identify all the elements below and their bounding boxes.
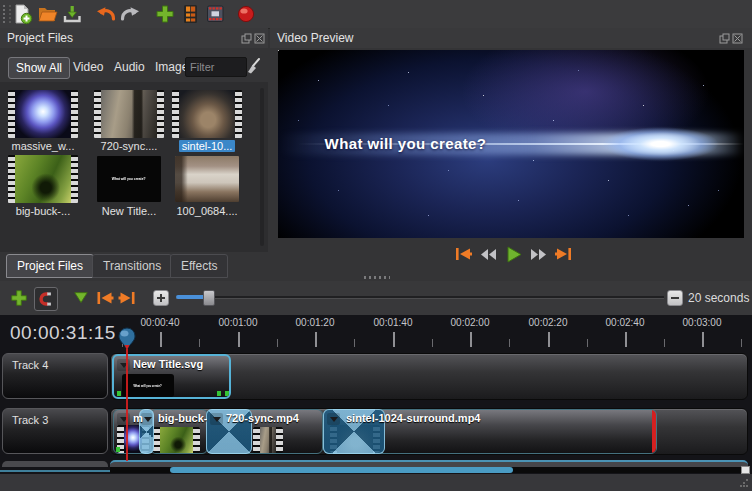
scrollbar-thumb[interactable] — [170, 467, 513, 473]
zoom-slider-handle[interactable] — [203, 290, 215, 306]
fast-forward-icon — [529, 247, 548, 262]
float-panel-icon[interactable] — [241, 33, 252, 44]
plus-icon — [154, 3, 176, 25]
files-vertical-scrollbar[interactable] — [260, 88, 264, 246]
arrow-tool-button[interactable] — [70, 287, 92, 309]
tab-effects[interactable]: Effects — [170, 254, 228, 278]
record-icon — [235, 3, 257, 25]
file-label[interactable]: New Title... — [86, 205, 172, 217]
filter-input[interactable] — [185, 57, 247, 77]
close-panel-icon[interactable] — [254, 33, 265, 44]
ruler-mark: 00:00:40 — [141, 317, 180, 328]
jump-to-start-button[interactable] — [452, 244, 474, 264]
track-2-header-sliver — [2, 461, 108, 467]
track-name: Track 3 — [12, 414, 48, 426]
choose-profile-button[interactable] — [179, 3, 201, 25]
timeline-toolbar: 20 seconds — [0, 281, 752, 315]
file-label-selected[interactable]: sintel-10... — [164, 140, 250, 152]
clip-title: 720-sync.mp4 — [226, 412, 299, 424]
transport-bar — [270, 241, 752, 267]
video-preview-panel-header: Video Preview — [270, 28, 752, 48]
record-button[interactable] — [235, 3, 257, 25]
track-header-track-3[interactable]: Track 3 — [2, 408, 108, 454]
float-panel-icon[interactable] — [719, 33, 730, 44]
clip-title: m — [133, 412, 143, 424]
ruler-mark: 00:01:00 — [219, 317, 258, 328]
fast-forward-button[interactable] — [527, 244, 549, 264]
new-project-icon — [11, 3, 33, 25]
zoom-out-button[interactable] — [667, 290, 683, 306]
export-film-icon — [204, 3, 226, 25]
filter-tab-audio[interactable]: Audio — [107, 57, 152, 77]
clip-menu-chevron-icon[interactable] — [117, 359, 130, 371]
import-files-button[interactable] — [154, 3, 176, 25]
video-preview-title: Video Preview — [277, 31, 354, 45]
file-label[interactable]: massive_w... — [0, 140, 86, 152]
jump-start-icon — [454, 245, 473, 263]
clear-filter-broom-icon[interactable] — [244, 57, 262, 75]
jump-end-icon — [117, 289, 137, 307]
clip-new-title[interactable]: New Title.svg What will you create? — [112, 354, 231, 399]
clip-title: big-buck- — [158, 412, 208, 424]
panel-splitter-handle[interactable] — [364, 276, 390, 279]
openshot-window: Project Files Show All Video Audio Image… — [0, 0, 752, 491]
filter-tab-video[interactable]: Video — [66, 57, 110, 77]
zoom-in-button[interactable] — [153, 290, 169, 306]
transition-chevron-icon[interactable] — [210, 413, 223, 425]
export-video-button[interactable] — [204, 3, 226, 25]
tab-transitions[interactable]: Transitions — [92, 254, 172, 278]
tab-project-files[interactable]: Project Files — [6, 254, 94, 278]
file-thumb-sintel[interactable] — [172, 90, 242, 138]
timeline-jump-end-button[interactable] — [116, 287, 138, 309]
clip-big-buck[interactable]: big-buck- — [150, 409, 208, 454]
filter-tab-show-all[interactable]: Show All — [8, 57, 70, 79]
save-project-button[interactable] — [61, 3, 83, 25]
file-thumb-big-buck[interactable] — [8, 155, 78, 203]
play-button[interactable] — [502, 244, 524, 264]
project-files-list: massive_w... 720-sync.... sintel-10... W… — [0, 82, 268, 252]
rewind-icon — [479, 247, 498, 262]
jump-to-end-button[interactable] — [552, 244, 574, 264]
window-resize-grip[interactable] — [739, 478, 749, 488]
add-track-button[interactable] — [8, 287, 30, 309]
snapping-toggle-button[interactable] — [34, 287, 58, 311]
magnet-icon — [37, 290, 55, 308]
rewind-button[interactable] — [477, 244, 499, 264]
file-label[interactable]: big-buck-... — [0, 205, 86, 217]
transition-chevron-icon[interactable] — [327, 413, 340, 425]
new-project-button[interactable] — [11, 3, 33, 25]
ruler-mark: 00:02:20 — [529, 317, 568, 328]
file-thumb-100-0684[interactable] — [175, 156, 239, 202]
file-label[interactable]: 100_0684.... — [164, 205, 250, 217]
playhead-marker[interactable] — [117, 327, 137, 351]
file-thumb-massive[interactable] — [8, 90, 78, 138]
redo-icon — [119, 3, 141, 25]
playhead-line[interactable] — [126, 349, 128, 461]
clip-trim-edge[interactable] — [652, 410, 656, 453]
clip-title: New Title.svg — [133, 358, 203, 370]
toolbar-drag-handle[interactable] — [3, 5, 11, 23]
track-header-track-4[interactable]: Track 4 — [2, 353, 108, 399]
timeline-horizontal-scrollbar[interactable] — [110, 467, 747, 473]
timeline-jump-start-button[interactable] — [94, 287, 116, 309]
timeline-ruler[interactable]: 00:00:40 00:01:00 00:01:20 00:01:40 00:0… — [110, 315, 752, 351]
stars — [278, 50, 279, 51]
ruler-mark: 00:03:00 — [683, 317, 722, 328]
file-thumb-720-sync[interactable] — [94, 90, 164, 138]
video-preview-canvas: What will you create? — [278, 50, 744, 238]
clip-title: sintel-1024-surround.mp4 — [346, 412, 480, 424]
close-panel-icon[interactable] — [732, 33, 743, 44]
playhead-timecode: 00:00:31:15 — [10, 322, 116, 344]
jump-end-icon — [554, 245, 573, 263]
timeline: 00:00:31:15 00:00:40 00:01:00 00:01:20 0… — [0, 315, 752, 474]
zoom-slider-track[interactable] — [176, 296, 664, 299]
file-thumb-new-title[interactable]: What will you create? — [97, 156, 161, 202]
clip-menu-chevron-icon[interactable] — [117, 413, 130, 425]
redo-button[interactable] — [119, 3, 141, 25]
save-icon — [61, 3, 83, 25]
scrollbar-corner-box[interactable] — [741, 466, 750, 474]
undo-button[interactable] — [95, 3, 117, 25]
project-files-title: Project Files — [7, 31, 73, 45]
file-label[interactable]: 720-sync.... — [86, 140, 172, 152]
open-project-button[interactable] — [36, 3, 58, 25]
